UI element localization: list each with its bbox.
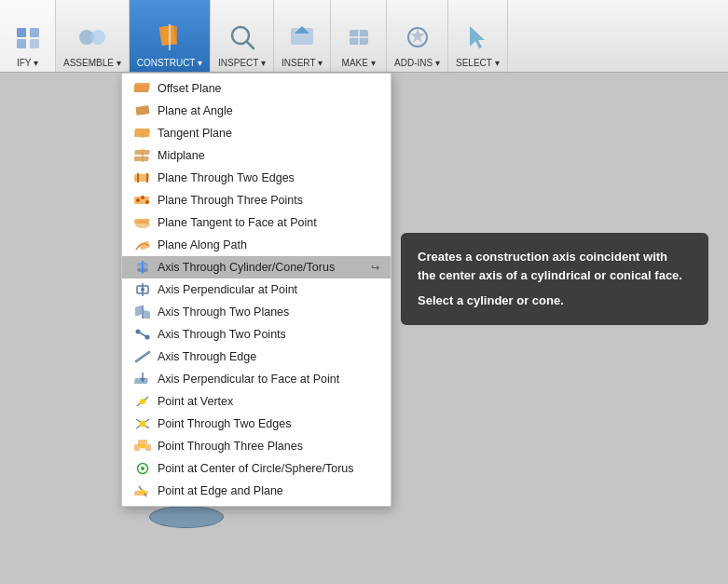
svg-rect-0 [17, 28, 26, 37]
menu-item-tangent-plane[interactable]: Tangent Plane [122, 122, 391, 144]
cylinder-bottom [149, 506, 224, 528]
menu-item-axis-cylinder[interactable]: Axis Through Cylinder/Cone/Torus ↪ [122, 256, 391, 278]
point-center-icon [133, 461, 152, 476]
assemble-icon [74, 19, 111, 56]
menu-item-axis-two-planes[interactable]: Axis Through Two Planes [122, 301, 391, 323]
menu-item-axis-edge[interactable]: Axis Through Edge [122, 346, 391, 368]
svg-point-58 [140, 421, 145, 427]
menu-item-axis-perp-point[interactable]: Axis Perpendicular at Point [122, 278, 391, 301]
axis-perp-face-icon [133, 372, 152, 387]
modify-icon [9, 19, 47, 56]
menu-item-point-three-planes[interactable]: Point Through Three Planes [122, 435, 391, 457]
svg-point-55 [140, 399, 145, 404]
menu-item-axis-two-points[interactable]: Axis Through Two Points [122, 323, 391, 346]
menu-item-plane-three-points[interactable]: Plane Through Three Points [122, 189, 391, 211]
insert-icon [283, 19, 321, 56]
midplane-label: Midplane [158, 149, 379, 162]
toolbar-item-insert[interactable]: INSERT ▾ [274, 0, 331, 72]
svg-point-67 [141, 490, 145, 495]
svg-rect-24 [134, 156, 149, 161]
plane-two-edges-icon [133, 170, 152, 185]
toolbar-item-addins[interactable]: ADD-INS ▾ [387, 0, 448, 72]
point-vertex-icon [133, 394, 152, 409]
point-edge-plane-icon [133, 483, 152, 498]
menu-item-point-two-edges[interactable]: Point Through Two Edges [122, 413, 391, 435]
assemble-label: ASSEMBLE ▾ [63, 58, 121, 68]
svg-point-64 [141, 467, 144, 470]
svg-rect-60 [144, 444, 151, 451]
toolbar-item-make[interactable]: MAKE ▾ [331, 0, 387, 72]
svg-point-5 [90, 30, 105, 45]
menu-item-plane-along-path[interactable]: Plane Along Path [122, 234, 391, 256]
point-two-edges-icon [133, 416, 152, 431]
svg-rect-1 [30, 28, 39, 37]
toolbar-item-inspect[interactable]: INSPECT ▾ [211, 0, 274, 72]
construct-label: CONSTRUCT ▾ [137, 58, 202, 68]
axis-two-planes-icon [133, 305, 152, 319]
menu-item-midplane[interactable]: Midplane [122, 144, 391, 167]
plane-along-path-label: Plane Along Path [158, 238, 379, 251]
svg-line-10 [247, 42, 254, 48]
offset-plane-label: Offset Plane [158, 82, 379, 95]
inspect-icon [224, 19, 261, 56]
plane-three-points-icon [133, 193, 152, 208]
svg-rect-43 [135, 306, 142, 317]
tangent-plane-icon [133, 126, 152, 141]
axis-edge-icon [133, 349, 152, 364]
svg-line-50 [136, 352, 149, 361]
axis-two-points-icon [133, 327, 152, 342]
point-center-label: Point at Center of Circle/Sphere/Torus [158, 462, 379, 475]
insert-label: INSERT ▾ [282, 58, 323, 68]
svg-rect-7 [159, 25, 177, 46]
make-label: MAKE ▾ [342, 58, 376, 68]
svg-point-62 [141, 444, 145, 449]
menu-item-plane-tangent-face[interactable]: Plane Tangent to Face at Point [122, 211, 391, 234]
addins-label: ADD-INS ▾ [394, 58, 440, 68]
toolbar-item-select[interactable]: SELECT ▾ [448, 0, 508, 72]
menu-item-point-vertex[interactable]: Point at Vertex [122, 390, 391, 413]
menu-item-point-edge-plane[interactable]: Point at Edge and Plane [122, 480, 391, 502]
construct-icon [151, 19, 188, 56]
menu-item-offset-plane[interactable]: Offset Plane [122, 77, 391, 100]
svg-rect-35 [139, 240, 150, 250]
axis-two-points-label: Axis Through Two Points [158, 328, 379, 341]
svg-rect-59 [134, 444, 142, 451]
toolbar-item-modify[interactable]: IFY ▾ [0, 0, 56, 72]
inspect-label: INSPECT ▾ [218, 58, 266, 68]
svg-rect-19 [134, 83, 150, 90]
offset-plane-icon [133, 81, 152, 96]
plane-angle-icon [133, 103, 152, 118]
tangent-plane-label: Tangent Plane [158, 127, 379, 140]
tooltip-box: Creates a construction axis coincident w… [401, 233, 708, 325]
point-three-planes-label: Point Through Three Planes [158, 440, 379, 453]
construct-dropdown: Offset Plane Plane at Angle Tangent Plan… [121, 73, 391, 507]
menu-item-axis-perp-face[interactable]: Axis Perpendicular to Face at Point [122, 368, 391, 390]
axis-perp-face-label: Axis Perpendicular to Face at Point [158, 373, 379, 386]
svg-point-31 [141, 196, 144, 199]
select-label: SELECT ▾ [456, 58, 500, 68]
addins-icon [399, 19, 436, 56]
toolbar-item-assemble[interactable]: ASSEMBLE ▾ [56, 0, 130, 72]
menu-item-point-center[interactable]: Point at Center of Circle/Sphere/Torus [122, 457, 391, 480]
toolbar-item-construct[interactable]: CONSTRUCT ▾ [130, 0, 211, 72]
svg-point-30 [136, 198, 140, 202]
point-edge-plane-label: Point at Edge and Plane [158, 484, 379, 497]
svg-point-32 [145, 200, 149, 204]
tooltip-line1: Creates a construction axis coincident w… [418, 248, 692, 284]
modify-label: IFY ▾ [17, 58, 38, 68]
point-three-planes-icon [133, 439, 152, 454]
axis-cylinder-arrow: ↪ [371, 262, 379, 274]
menu-item-plane-two-edges[interactable]: Plane Through Two Edges [122, 167, 391, 189]
make-icon [340, 19, 378, 56]
point-two-edges-label: Point Through Two Edges [158, 417, 379, 430]
svg-line-48 [138, 332, 147, 337]
midplane-icon [133, 148, 152, 163]
axis-perp-point-icon [133, 282, 152, 297]
axis-cylinder-icon [133, 260, 152, 275]
svg-rect-44 [144, 310, 150, 319]
plane-angle-label: Plane at Angle [158, 104, 379, 117]
svg-point-22 [140, 132, 145, 138]
menu-item-plane-angle[interactable]: Plane at Angle [122, 100, 391, 122]
svg-marker-17 [470, 26, 485, 48]
select-icon [459, 19, 496, 56]
